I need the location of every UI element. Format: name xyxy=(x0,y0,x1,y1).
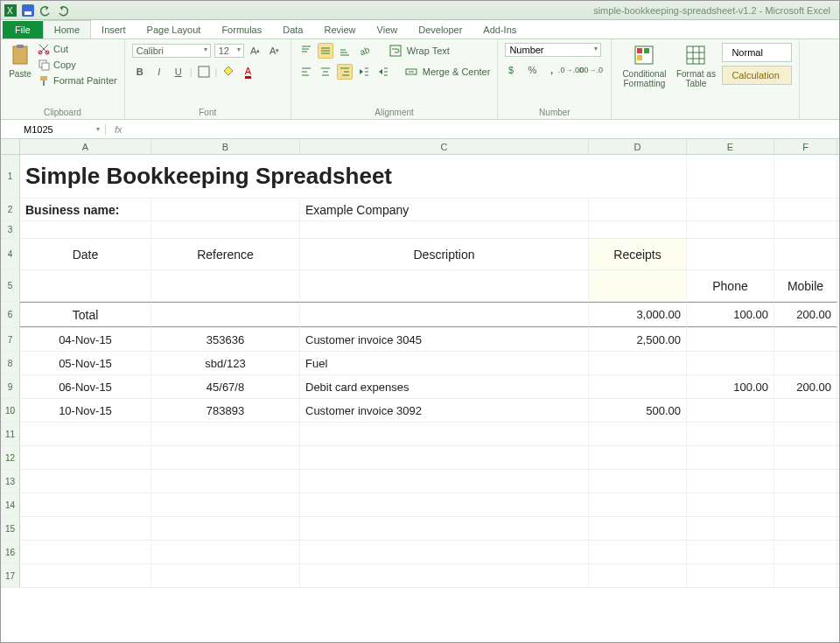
cell[interactable] xyxy=(151,446,300,469)
cell[interactable] xyxy=(589,470,687,493)
cell-phone[interactable] xyxy=(687,399,774,422)
cell[interactable] xyxy=(774,199,837,220)
tab-page-layout[interactable]: Page Layout xyxy=(136,21,212,38)
cell[interactable] xyxy=(20,270,151,301)
row-header[interactable]: 15 xyxy=(1,517,20,540)
cell[interactable] xyxy=(687,199,774,220)
name-box[interactable]: M1025 xyxy=(18,124,106,135)
tab-developer[interactable]: Developer xyxy=(408,21,472,38)
cell-receipts[interactable]: 2,500.00 xyxy=(589,328,687,351)
cell-ref[interactable]: 45/67/8 xyxy=(151,375,300,398)
increase-decimal-icon[interactable]: .0→.00 xyxy=(563,62,578,78)
cell[interactable] xyxy=(774,541,837,563)
cell-date[interactable]: 05-Nov-15 xyxy=(20,352,151,374)
copy-button[interactable]: Copy xyxy=(38,59,117,71)
cell[interactable] xyxy=(20,221,151,238)
increase-indent-icon[interactable] xyxy=(375,64,391,80)
cell-desc[interactable]: Customer invoice 3092 xyxy=(300,399,589,422)
tab-insert[interactable]: Insert xyxy=(91,21,136,38)
cell[interactable] xyxy=(774,239,837,269)
cell[interactable] xyxy=(589,199,687,220)
cell-desc[interactable]: Fuel xyxy=(300,352,589,374)
cell-date[interactable]: 04-Nov-15 xyxy=(20,328,151,351)
col-header-c[interactable]: C xyxy=(300,139,589,154)
cell[interactable] xyxy=(20,423,151,445)
cell-hdr-phone[interactable]: Phone xyxy=(687,270,774,301)
merge-center-label[interactable]: Merge & Center xyxy=(423,66,491,77)
select-all-corner[interactable] xyxy=(1,139,20,154)
cell[interactable] xyxy=(589,270,687,301)
cell[interactable] xyxy=(774,564,837,587)
col-header-a[interactable]: A xyxy=(20,139,151,154)
merge-center-icon[interactable] xyxy=(403,64,419,80)
cell-title[interactable]: Simple Bookkeeping Spreadsheet xyxy=(20,155,589,198)
cell-phone[interactable]: 100.00 xyxy=(687,375,774,398)
format-painter-button[interactable]: Format Painter xyxy=(38,74,117,87)
row-header[interactable]: 7 xyxy=(1,328,20,351)
number-format-select[interactable]: Number xyxy=(505,43,601,57)
cell-mobile[interactable]: 200.00 xyxy=(774,375,837,398)
row-header[interactable]: 1 xyxy=(1,155,20,198)
cell[interactable] xyxy=(589,564,687,587)
cell-ref[interactable]: 783893 xyxy=(151,399,300,422)
wrap-text-label[interactable]: Wrap Text xyxy=(407,45,450,56)
align-center-icon[interactable] xyxy=(318,64,333,80)
cell[interactable] xyxy=(589,423,687,445)
cell[interactable] xyxy=(20,564,151,587)
cell[interactable] xyxy=(151,302,300,327)
cell-business-name[interactable]: Example Company xyxy=(300,199,589,220)
spreadsheet-grid[interactable]: A B C D E F 1 Simple Bookkeeping Spreads… xyxy=(1,139,839,588)
formula-input[interactable] xyxy=(131,122,481,136)
col-header-b[interactable]: B xyxy=(151,139,300,154)
cell-mobile[interactable] xyxy=(774,352,837,374)
redo-icon[interactable] xyxy=(57,4,69,17)
bold-button[interactable]: B xyxy=(132,64,148,80)
wrap-text-icon[interactable] xyxy=(388,43,403,59)
row-header[interactable]: 16 xyxy=(1,541,20,563)
font-size-select[interactable]: 12 xyxy=(214,44,244,58)
cell-ref[interactable]: 353636 xyxy=(151,328,300,351)
row-header[interactable]: 14 xyxy=(1,493,20,516)
cell[interactable] xyxy=(151,564,300,587)
cell-receipts[interactable] xyxy=(589,352,687,374)
cell-hdr-mobile[interactable]: Mobile xyxy=(774,270,837,301)
cell[interactable] xyxy=(20,517,151,540)
row-header[interactable]: 4 xyxy=(1,239,20,269)
fx-icon[interactable]: fx xyxy=(115,124,122,135)
row-header[interactable]: 2 xyxy=(1,199,20,220)
cell[interactable] xyxy=(774,155,837,198)
cell-receipts[interactable] xyxy=(589,375,687,398)
row-header[interactable]: 8 xyxy=(1,352,20,374)
cell-style-normal[interactable]: Normal xyxy=(722,43,792,62)
cell[interactable] xyxy=(589,493,687,516)
cell-desc[interactable]: Customer invoice 3045 xyxy=(300,328,589,351)
italic-button[interactable]: I xyxy=(151,64,167,80)
cell[interactable] xyxy=(151,270,300,301)
cell[interactable] xyxy=(300,470,589,493)
cell-desc[interactable]: Debit card expenses xyxy=(300,375,589,398)
cell[interactable] xyxy=(151,221,300,238)
cell[interactable] xyxy=(20,541,151,563)
font-color-button[interactable]: A xyxy=(240,64,256,80)
col-header-d[interactable]: D xyxy=(589,139,687,154)
decrease-decimal-icon[interactable]: .00→.0 xyxy=(582,62,598,78)
cell[interactable] xyxy=(20,493,151,516)
underline-button[interactable]: U xyxy=(171,64,186,80)
cell-style-calculation[interactable]: Calculation xyxy=(722,66,792,85)
cell[interactable] xyxy=(300,302,589,327)
align-right-icon[interactable] xyxy=(337,64,353,80)
cell[interactable] xyxy=(687,221,774,238)
cell[interactable] xyxy=(687,564,774,587)
cell[interactable] xyxy=(300,564,589,587)
tab-review[interactable]: Review xyxy=(313,21,366,38)
cell[interactable] xyxy=(300,423,589,445)
cell[interactable] xyxy=(300,270,589,301)
cell[interactable] xyxy=(300,517,589,540)
decrease-indent-icon[interactable] xyxy=(356,64,372,80)
format-as-table-button[interactable]: Format as Table xyxy=(675,43,717,88)
align-middle-icon[interactable] xyxy=(318,43,333,59)
decrease-font-icon[interactable]: A▾ xyxy=(267,43,283,59)
cell[interactable] xyxy=(774,446,837,469)
row-header[interactable]: 12 xyxy=(1,446,20,469)
border-button[interactable] xyxy=(196,64,212,80)
